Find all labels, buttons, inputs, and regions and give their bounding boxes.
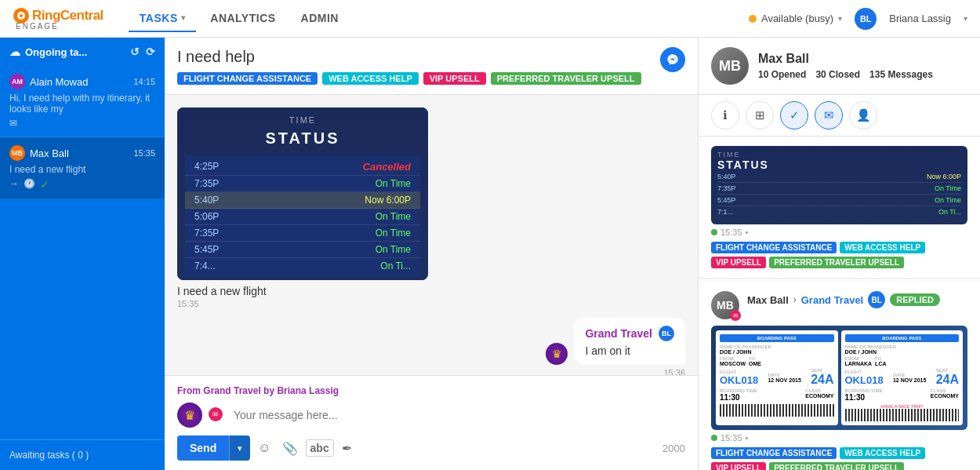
bubble-brand-label: Grand Travel: [585, 327, 652, 340]
rp-tag-web2: WEB ACCESS HELP: [840, 447, 925, 459]
message-received-flight: TIME STATUS 4:25P Cancelled 7:35P On Tim…: [177, 107, 428, 308]
refresh-icon[interactable]: ⟳: [146, 46, 155, 58]
conv-header-alain: AM Alain Mowad 14:15: [9, 74, 155, 89]
char-count: 2000: [662, 443, 685, 454]
sidebar-header: ☁ Ongoing ta... ↺ ⟳: [0, 38, 165, 66]
barcode-1: [720, 404, 834, 417]
compose-email-overlay: ✉: [209, 407, 224, 423]
attachment-icon[interactable]: 📎: [279, 438, 301, 459]
conv-item-maxball[interactable]: MB Max Ball 15:35 I need a new flight → …: [0, 137, 165, 199]
chat-header-row: I need help: [177, 47, 685, 72]
emoji-icon[interactable]: ☺: [255, 438, 274, 458]
rp-tag-vip1: VIP UPSELL: [711, 257, 766, 268]
messages-area: TIME STATUS 4:25P Cancelled 7:35P On Tim…: [165, 95, 698, 375]
user-avatar-badge: BL: [855, 8, 877, 30]
rp-msg2-top: MB ✉ Max Ball › Grand Travel BL REPLIED: [711, 291, 967, 319]
rp-msg2-body: Max Ball › Grand Travel BL REPLIED: [747, 291, 967, 319]
conv-name-maxball: MB Max Ball: [9, 145, 69, 161]
logo-area: RingCentral ENGAGE: [13, 7, 103, 31]
nav-right: Available (busy) ▾ BL Briana Lassig ▾: [749, 8, 967, 30]
msg-time-sent: 15:36: [663, 368, 685, 375]
user-chevron-icon: ▾: [964, 14, 967, 23]
rp-info-btn[interactable]: ℹ: [711, 101, 739, 129]
messenger-icon-btn[interactable]: [660, 47, 685, 72]
rp-stat-opened: 10 Opened: [758, 69, 806, 80]
flight-status-image: TIME STATUS 4:25P Cancelled 7:35P On Tim…: [177, 107, 428, 280]
rp-contact-name: Max Ball: [758, 52, 967, 66]
bubble-sent: Grand Travel BL I am on it: [574, 318, 685, 365]
nav-analytics[interactable]: ANALYTICS: [199, 5, 286, 32]
compose-from: From Grand Travel by Briana Lassig: [177, 385, 685, 396]
conv-preview-alain: Hi, I need help with my itinerary, it lo…: [9, 93, 155, 115]
send-button[interactable]: Send: [177, 435, 229, 461]
rp-msg2-sender: Max Ball: [747, 294, 789, 306]
rp-tag-preferred2: PREFERRED TRAVELER UPSELL: [769, 462, 904, 470]
rp-avatar-img: MB: [711, 47, 749, 85]
green-dot2-icon: [711, 435, 717, 441]
rp-msg2-arrow: ›: [793, 294, 797, 305]
chat-header: I need help FLIGHT CHANGE ASSISTANCE WEB…: [165, 38, 698, 95]
msg-text-flight: I need a new flight: [177, 285, 428, 297]
rp-msg2-brand-link[interactable]: Grand Travel: [801, 294, 863, 306]
compose-area: From Grand Travel by Briana Lassig ♛ ✉ S…: [165, 375, 698, 470]
compose-channel-icon: ✉: [209, 407, 223, 421]
rp-person-btn[interactable]: 👤: [849, 101, 877, 129]
tasks-arrow-icon: ▾: [181, 13, 186, 22]
time-header: TIME: [185, 115, 420, 125]
conv-actions-alain: ✉: [9, 118, 155, 129]
logo-label: RingCentral: [32, 8, 103, 24]
bubble-user-badge: BL: [659, 326, 674, 341]
rp-tag-flight2: FLIGHT CHANGE ASSISTANCE: [711, 447, 837, 459]
status-label: Available (busy): [761, 13, 833, 24]
forward-icon: →: [9, 178, 19, 191]
nav-admin[interactable]: ADMIN: [290, 5, 350, 32]
compose-logo-icon: ♛: [177, 403, 202, 428]
check-icon: ✓: [40, 178, 49, 191]
rp-msg2-header: Max Ball › Grand Travel BL REPLIED: [747, 291, 967, 308]
chat-tags: FLIGHT CHANGE ASSISTANCE WEB ACCESS HELP…: [177, 72, 685, 85]
nav-tasks[interactable]: TASKS ▾: [129, 5, 196, 32]
rp-msg1-tags: FLIGHT CHANGE ASSISTANCE WEB ACCESS HELP…: [711, 242, 967, 268]
chat-title: I need help: [177, 48, 255, 66]
compose-text-input[interactable]: [234, 409, 685, 421]
conv-preview-maxball: I need a new flight: [9, 164, 155, 175]
rp-icon-row: ℹ ⊞ ✓ ✉ 👤: [699, 95, 980, 137]
bp-right: BOARDING PASS NAME OF PASSENGERDOE / JOH…: [841, 330, 964, 425]
signature-icon[interactable]: ✒: [339, 438, 355, 459]
status-indicator[interactable]: Available (busy) ▾: [749, 13, 842, 24]
conv-avatar-alain: AM: [9, 74, 25, 89]
left-sidebar: ☁ Ongoing ta... ↺ ⟳ AM Alain Mowad 14:15…: [0, 38, 165, 470]
status-dot-icon: [749, 15, 757, 23]
send-button-group: Send ▾: [177, 435, 250, 461]
rp-message-2: MB ✉ Max Ball › Grand Travel BL REPLIED: [699, 282, 980, 470]
nav-items: TASKS ▾ ANALYTICS ADMIN: [129, 5, 350, 32]
sidebar-title: Ongoing ta...: [25, 46, 87, 58]
rp-user-badge-bl: BL: [868, 291, 885, 308]
green-dot-icon: [711, 229, 717, 235]
rp-email-btn[interactable]: ✉: [815, 101, 843, 129]
bp-left: BOARDING PASS NAME OF PASSENGERDOE / JOH…: [716, 330, 838, 425]
engage-label: ENGAGE: [16, 22, 59, 31]
rp-check-btn[interactable]: ✓: [780, 101, 808, 129]
rp-boarding-pass-image: BOARDING PASS NAME OF PASSENGERDOE / JOH…: [711, 326, 967, 430]
rp-grid-btn[interactable]: ⊞: [746, 101, 774, 129]
tag-preferred: PREFERRED TRAVELER UPSELL: [491, 72, 641, 85]
bubble-body-text: I am on it: [585, 344, 674, 357]
conv-avatar-maxball: MB: [9, 145, 25, 161]
send-dropdown-button[interactable]: ▾: [229, 435, 250, 461]
top-navigation: RingCentral ENGAGE TASKS ▾ ANALYTICS ADM…: [0, 0, 980, 38]
svg-point-2: [20, 14, 23, 17]
conv-item-alain[interactable]: AM Alain Mowad 14:15 Hi, I need help wit…: [0, 66, 165, 137]
ringcentral-logo: RingCentral ENGAGE: [13, 7, 103, 31]
rp-tag-flight1: FLIGHT CHANGE ASSISTANCE: [711, 242, 837, 253]
message-sent-iam: ♛ Grand Travel BL I am on it 15:36: [546, 318, 685, 375]
grand-travel-logo-mini: ♛: [546, 343, 568, 365]
status-header: STATUS: [185, 129, 420, 148]
rp-tag-vip2: VIP UPSELL: [711, 462, 766, 470]
right-panel: MB Max Ball 10 Opened 30 Closed 135 Mess…: [698, 38, 980, 470]
conversation-list: AM Alain Mowad 14:15 Hi, I need help wit…: [0, 66, 165, 439]
compose-toolbar: Send ▾ ☺ 📎 abc ✒ 2000: [177, 435, 685, 461]
text-format-icon[interactable]: abc: [306, 439, 334, 457]
rp-replied-badge: REPLIED: [890, 293, 940, 306]
history-icon[interactable]: ↺: [130, 46, 140, 58]
